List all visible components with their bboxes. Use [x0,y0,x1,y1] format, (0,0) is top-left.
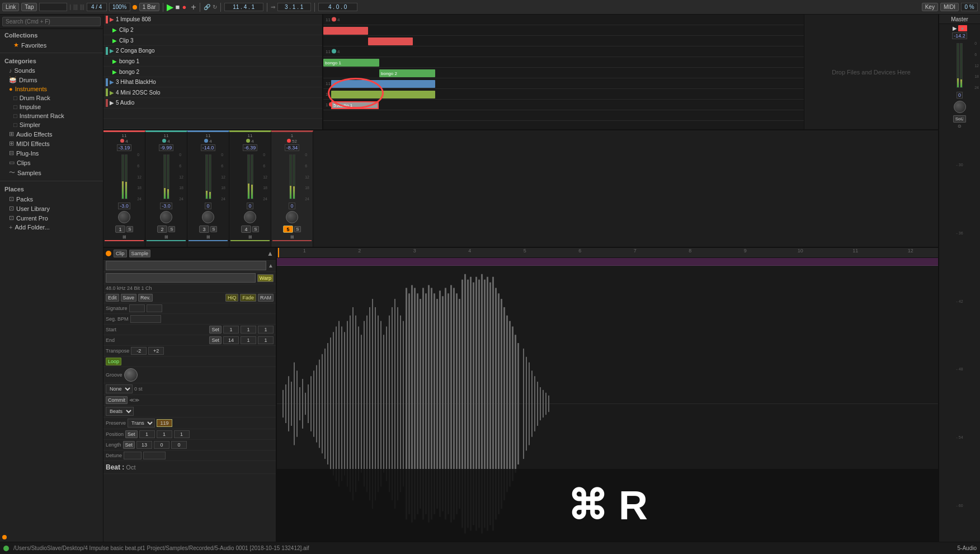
clip-tab[interactable]: Clip [114,250,127,257]
warp-button[interactable]: Warp [257,274,274,282]
ram-button[interactable]: RAM [258,294,274,302]
sidebar-item-audio-effects[interactable]: ⊞ Audio Effects [0,129,103,139]
bongo2-play[interactable]: ▶ [112,69,117,75]
start-val3[interactable] [258,326,274,334]
ch4-s-btn[interactable]: S [252,226,259,232]
sidebar-item-packs[interactable]: ⊡ Packs [0,194,103,204]
record-button[interactable]: ● [182,3,186,11]
end-set-btn[interactable]: Set [209,336,222,344]
seg-bpm-input[interactable]: 120.00 [130,315,161,323]
sig-den[interactable]: 4 [147,304,162,312]
track-header-3[interactable]: ▶ 3 Hihat BlackHo [103,77,322,88]
sample-tab[interactable]: Sample [129,250,151,257]
audio1-highlighted-clip[interactable]: 5-Audio 1 [331,101,379,109]
track-header-5[interactable]: ▶ 5 Audio [103,98,322,109]
clip-name-input[interactable]: 5-Audio 1 [106,261,266,270]
track-header-2[interactable]: ▶ 2 Conga Bongo [103,46,322,57]
start-val1[interactable] [223,326,239,334]
tap-button[interactable]: Tap [21,3,37,11]
pos-val2[interactable] [157,430,172,438]
ch1-pan-knob[interactable] [118,211,130,223]
sidebar-item-sounds[interactable]: ♪ Sounds [0,66,103,75]
detune-db-input[interactable]: 0.00 dB [143,452,166,459]
search-input[interactable] [2,17,101,26]
sidebar-item-impulse[interactable]: □ Impulse [0,102,103,111]
sidebar-item-clips[interactable]: ▭ Clips [0,158,103,167]
rev-button[interactable]: Rev. [138,294,153,302]
sidebar-item-instruments[interactable]: ● Instruments [0,84,103,93]
track3-clip-block[interactable] [331,80,435,88]
midi-button[interactable]: MIDI [940,3,959,11]
ch3-s-btn[interactable]: S [210,226,217,232]
end-val3[interactable] [258,336,274,344]
key-button[interactable]: Key [922,3,938,11]
track3-play[interactable]: ▶ [110,79,114,85]
sidebar-item-add-folder[interactable]: + Add Folder... [0,223,103,232]
clip3-play[interactable]: ▶ [112,37,117,44]
rec-mode-button[interactable]: 1 Bar [139,3,159,11]
track4-play[interactable]: ▶ [110,90,114,96]
track4-clip-block[interactable] [331,91,435,98]
transpose-val2[interactable] [148,347,164,355]
bpm-input[interactable]: 120.00 [39,3,67,11]
clip3-row[interactable]: ▶ Clip 3 [103,35,322,46]
track2-play[interactable]: ▶ [110,48,114,54]
sample-name-input[interactable]: 5-Audio 0001 [2018 [106,273,256,283]
ch1-s-btn[interactable]: S [126,226,133,232]
ch3-pan-knob[interactable] [202,211,214,223]
detune-input[interactable]: 0 st [124,452,142,459]
bongo1-clip-block[interactable]: bongo 1 [323,59,379,67]
sidebar-item-midi-effects[interactable]: ⊞ MIDI Effects [0,139,103,148]
clip2-block[interactable] [323,27,368,35]
ch4-pan-knob[interactable] [244,211,256,223]
sidebar-item-instrument-rack[interactable]: □ Instrument Rack [0,111,103,120]
ch1-number-btn[interactable]: 1 [115,226,125,233]
ch2-pan-knob[interactable] [160,211,172,223]
ch2-number-btn[interactable]: 2 [157,226,167,233]
ch5-pan-knob[interactable] [286,211,298,223]
ch5-number-btn[interactable]: 5 [283,226,293,233]
groove-select[interactable]: None [106,384,133,393]
ch3-number-btn[interactable]: 3 [199,226,209,233]
stop-button[interactable]: ■ [176,3,180,11]
commit-button[interactable]: Commit [106,396,128,404]
track5-play[interactable]: ▶ [110,100,114,106]
preserve-num[interactable] [157,419,172,427]
len-val1[interactable] [136,441,152,449]
len-val2[interactable] [154,441,169,449]
clip2-row[interactable]: ▶ Clip 2 [103,25,322,36]
sidebar-item-user-library[interactable]: ⊡ User Library [0,204,103,213]
sidebar-item-drum-rack[interactable]: □ Drum Rack [0,93,103,102]
save-button[interactable]: Save [121,294,137,302]
master-pan-knob[interactable] [954,101,966,113]
fade-button[interactable]: Fade [240,294,256,302]
loop-button[interactable]: Loop [106,358,121,365]
bongo1-play[interactable]: ▶ [112,58,117,64]
sidebar-item-samples[interactable]: 〜 Samples [0,167,103,178]
link-button[interactable]: Link [2,3,19,11]
clip3-block[interactable] [368,37,413,45]
bongo2-clip-block[interactable]: bongo 2 [379,69,435,77]
trans-select[interactable]: Trans [128,419,155,428]
ch2-s-btn[interactable]: S [168,226,175,232]
len-set-btn[interactable]: Set [123,441,135,449]
master-rec-btn[interactable]: ● [958,25,967,31]
beats-select[interactable]: Beats [106,407,134,416]
master-play-btn[interactable]: ▶ [953,25,957,31]
pos-val3[interactable] [174,430,190,438]
pos-val1[interactable] [139,430,155,438]
master-solo-btn[interactable]: Sol♩ [953,115,967,123]
end-val1[interactable] [223,336,239,344]
start-val2[interactable] [241,326,256,334]
track-header-4[interactable]: ▶ 4 Mini 2OSC Solo [103,87,322,98]
ch4-number-btn[interactable]: 4 [241,226,251,233]
end-val2[interactable] [241,336,256,344]
sidebar-item-current-pro[interactable]: ⊡ Current Pro [0,213,103,223]
bongo2-row[interactable]: ▶ bongo 2 [103,67,322,77]
track-header-1[interactable]: ▶ 1 Impulse 808 [103,15,322,25]
transpose-val1[interactable] [131,347,147,355]
sidebar-item-plug-ins[interactable]: ⊟ Plug-Ins [0,148,103,158]
expand-btn[interactable]: ▲ [267,250,274,257]
start-set-btn[interactable]: Set [209,326,222,334]
edit-button[interactable]: Edit [106,294,119,302]
